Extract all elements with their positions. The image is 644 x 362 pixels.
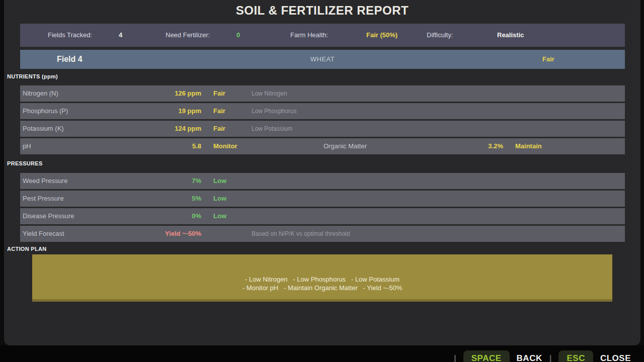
nutrient-status: Fair xyxy=(213,103,225,119)
nutrient-row-ph: pH 5.8 Monitor Organic Matter 3.2% Maint… xyxy=(20,138,625,154)
pressure-row-pest: Pest Pressure 5% Low xyxy=(20,191,625,207)
farm-health-label: Farm Health: xyxy=(290,24,328,47)
field-crop: WHEAT xyxy=(20,50,625,69)
pressures-rows: Weed Pressure 7% Low Pest Pressure 5% Lo… xyxy=(20,173,625,243)
farm-stats-bar: Fields Tracked: 4 Need Fertilizer: 0 Far… xyxy=(20,24,625,47)
yield-forecast-value: Yield ~-50% xyxy=(20,226,201,242)
field-header-bar: Field 4 WHEAT Fair xyxy=(20,50,625,69)
difficulty-label: Difficulty: xyxy=(427,24,453,47)
need-fertilizer-value: 0 xyxy=(236,24,240,47)
farm-health-value: Fair (50%) xyxy=(366,24,397,47)
fields-tracked-value: 4 xyxy=(119,24,122,47)
nutrient-value: 19 ppm xyxy=(20,103,201,119)
nutrient-status: Fair xyxy=(213,121,225,137)
pressure-status: Low xyxy=(213,208,226,224)
separator: | xyxy=(454,353,456,362)
difficulty-value: Realistic xyxy=(497,24,524,47)
nutrient-note: Low Nitrogen xyxy=(252,85,287,102)
pressure-value: 7% xyxy=(20,173,201,189)
nutrient-note: Low Phosphorus xyxy=(252,103,296,119)
esc-key-button[interactable]: ESC xyxy=(558,350,593,362)
field-status-badge: Fair xyxy=(542,50,554,69)
footer-bar: | SPACE BACK | ESC CLOSE xyxy=(454,350,631,362)
organic-matter-status: Maintain xyxy=(515,138,542,154)
nutrient-status: Fair xyxy=(213,85,225,102)
back-button[interactable]: BACK xyxy=(517,353,542,362)
separator: | xyxy=(549,353,552,362)
pressure-row-disease: Disease Pressure 0% Low xyxy=(20,208,625,224)
nutrient-row-potassium: Potassium (K) 124 ppm Fair Low Potassium xyxy=(20,121,625,137)
yield-forecast-note: Based on N/P/K vs optimal threshold xyxy=(252,226,350,242)
need-fertilizer-label: Need Fertilizer: xyxy=(166,24,210,47)
footer-key-hints: | SPACE BACK | ESC CLOSE xyxy=(0,345,644,362)
soil-fertilizer-report-screen: SOIL & FERTILIZER REPORT Fields Tracked:… xyxy=(0,0,644,362)
action-plan-line: - Low Nitrogen - Low Phosphorus - Low Po… xyxy=(245,275,399,284)
pressure-status: Low xyxy=(213,191,226,207)
nutrient-row-phosphorus: Phosphorus (P) 19 ppm Fair Low Phosphoru… xyxy=(20,103,625,119)
fields-tracked-label: Fields Tracked: xyxy=(48,24,92,47)
page-title: SOIL & FERTILIZER REPORT xyxy=(4,4,640,18)
report-panel: SOIL & FERTILIZER REPORT Fields Tracked:… xyxy=(4,0,640,345)
organic-matter-value: 3.2% xyxy=(20,138,503,154)
nutrients-section-heading: NUTRIENTS (ppm) xyxy=(7,73,58,79)
action-plan-line: - Monitor pH - Maintain Organic Matter -… xyxy=(243,284,403,292)
nutrient-value: 124 ppm xyxy=(20,121,201,137)
nutrient-note: Low Potassium xyxy=(252,121,292,137)
pressure-value: 5% xyxy=(20,191,201,207)
yield-forecast-row: Yield Forecast Yield ~-50% Based on N/P/… xyxy=(20,226,625,242)
pressure-row-weed: Weed Pressure 7% Low xyxy=(20,173,625,189)
nutrient-row-nitrogen: Nitrogen (N) 126 ppm Fair Low Nitrogen xyxy=(20,85,625,102)
space-key-button[interactable]: SPACE xyxy=(463,350,510,362)
pressures-section-heading: PRESSURES xyxy=(7,160,43,166)
close-button[interactable]: CLOSE xyxy=(600,353,631,362)
action-plan-box: - Low Nitrogen - Low Phosphorus - Low Po… xyxy=(32,254,612,302)
action-plan-heading: ACTION PLAN xyxy=(7,246,46,252)
pressure-status: Low xyxy=(213,173,226,189)
nutrient-value: 126 ppm xyxy=(20,85,201,102)
pressure-value: 0% xyxy=(20,208,201,224)
nutrients-rows: Nitrogen (N) 126 ppm Fair Low Nitrogen P… xyxy=(20,85,625,156)
